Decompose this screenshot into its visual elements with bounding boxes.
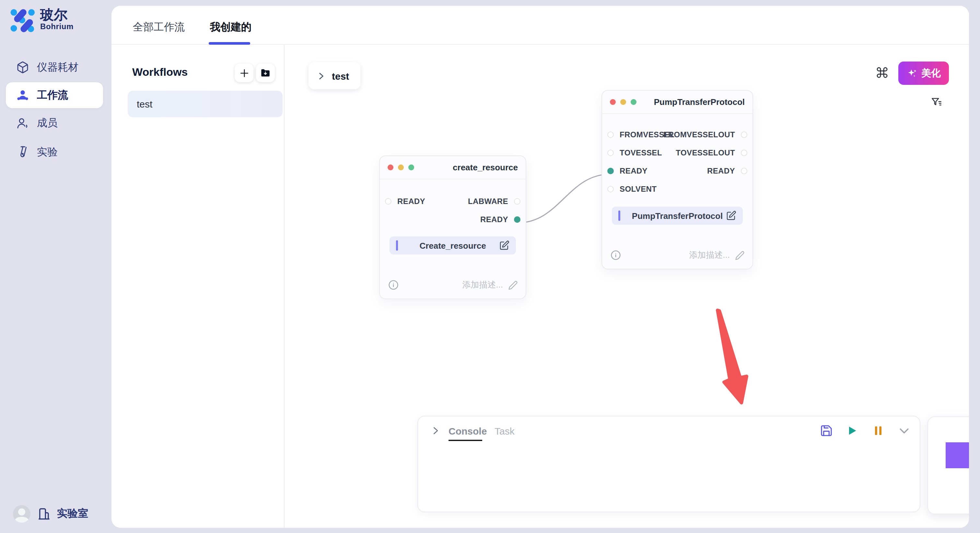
sidebar-item-instruments[interactable]: 仪器耗材 <box>6 54 103 80</box>
port-circle[interactable] <box>607 150 614 156</box>
beautify-label: 美化 <box>921 67 941 79</box>
node-pump-transfer-protocol[interactable]: PumpTransferProtocol FROMVESSEL FROMVESS… <box>601 90 753 270</box>
output-port-tovesselout[interactable]: TOVESSELOUT <box>676 149 747 157</box>
node-create-resource[interactable]: create_resource READY LABWARE READY Crea… <box>379 155 526 299</box>
port-circle[interactable] <box>607 186 614 192</box>
node-header[interactable]: PumpTransferProtocol <box>602 90 752 114</box>
port-label: SOLVENT <box>620 185 657 194</box>
pause-icon[interactable] <box>872 424 885 437</box>
port-circle[interactable] <box>607 168 614 174</box>
port-label: FROMVESSELOUT <box>663 130 735 139</box>
port-circle[interactable] <box>741 168 747 174</box>
node-action-label: PumpTransferProtocol <box>632 211 723 220</box>
workflow-list-item[interactable]: test <box>128 90 283 117</box>
command-palette-button[interactable] <box>876 66 889 79</box>
tab-task[interactable]: Task <box>495 425 515 436</box>
output-port-ready[interactable]: READY <box>480 216 520 224</box>
app-window: 玻尔 Bohrium 仪器耗材 工作流 <box>0 0 980 533</box>
console-tab-underline <box>449 440 482 441</box>
pencil-icon[interactable] <box>508 280 518 290</box>
node-title: create_resource <box>453 163 518 172</box>
beautify-button[interactable]: 美化 <box>898 62 949 85</box>
minimap-node-create-resource <box>946 443 969 468</box>
pencil-icon[interactable] <box>735 250 745 260</box>
brand-logo: 玻尔 Bohrium <box>9 7 73 33</box>
traffic-dot-red[interactable] <box>388 165 393 170</box>
edit-icon[interactable] <box>499 240 509 251</box>
workflow-canvas[interactable]: test 美化 <box>285 45 969 528</box>
active-tab-underline <box>209 42 250 45</box>
output-port-labware[interactable]: LABWARE <box>468 198 520 205</box>
sidebar-item-label: 实验 <box>37 145 58 159</box>
description-placeholder[interactable]: 添加描述... <box>689 249 730 261</box>
input-port-ready[interactable]: READY <box>607 167 648 175</box>
info-icon[interactable] <box>388 280 399 290</box>
traffic-dots <box>388 165 414 170</box>
workflows-panel-title: Workflows <box>132 66 188 79</box>
port-circle[interactable] <box>607 132 614 138</box>
collapse-chevron-icon[interactable] <box>431 426 440 435</box>
port-label: READY <box>480 215 508 224</box>
workflow-users-icon <box>16 89 29 102</box>
output-port-ready[interactable]: READY <box>707 167 747 175</box>
traffic-dot-green[interactable] <box>408 165 414 170</box>
sidebar-item-workflow[interactable]: 工作流 <box>6 82 103 108</box>
filter-funnel-icon <box>931 97 942 108</box>
breadcrumb[interactable]: test <box>309 62 360 89</box>
tab-all-workflows[interactable]: 全部工作流 <box>133 21 185 34</box>
node-title: PumpTransferProtocol <box>654 97 745 107</box>
lab-name[interactable]: 实验室 <box>57 507 88 521</box>
cursor-bar <box>618 211 620 221</box>
cursor-bar <box>396 240 398 251</box>
tab-my-created[interactable]: 我创建的 <box>210 21 251 34</box>
brand-name-zh: 玻尔 <box>40 7 73 22</box>
node-footer: 添加描述... <box>611 249 745 261</box>
console-panel: Console Task <box>417 416 920 512</box>
run-play-icon[interactable] <box>846 424 859 437</box>
avatar[interactable] <box>13 505 30 523</box>
edit-icon[interactable] <box>726 211 736 221</box>
brand-name-en: Bohrium <box>40 22 73 31</box>
node-header[interactable]: create_resource <box>380 156 526 179</box>
sidebar-item-experiments[interactable]: 实验 <box>6 139 103 165</box>
chevron-right-icon <box>317 71 325 80</box>
test-tube-icon <box>16 146 29 159</box>
edge-create-to-pump <box>518 174 610 223</box>
input-port-tovessel[interactable]: TOVESSEL <box>607 149 662 157</box>
sidebar-item-label: 成员 <box>37 116 58 130</box>
plus-icon <box>239 68 249 78</box>
folder-download-icon <box>260 67 271 78</box>
traffic-dot-yellow[interactable] <box>398 165 404 170</box>
filter-button[interactable] <box>931 97 942 108</box>
bohrium-logo-icon <box>9 7 35 33</box>
sidebar-item-label: 工作流 <box>37 89 68 102</box>
add-workflow-button[interactable] <box>235 63 253 82</box>
input-port-ready[interactable]: READY <box>385 198 425 205</box>
chevron-down-icon[interactable] <box>898 424 911 437</box>
minimap[interactable] <box>928 416 969 514</box>
port-circle[interactable] <box>385 198 391 205</box>
port-circle[interactable] <box>514 198 520 205</box>
node-action-button[interactable]: PumpTransferProtocol <box>612 206 743 225</box>
port-label: READY <box>397 197 425 206</box>
description-placeholder[interactable]: 添加描述... <box>462 279 503 291</box>
output-port-fromvesselout[interactable]: FROMVESSELOUT <box>663 131 747 139</box>
traffic-dot-red[interactable] <box>610 99 616 105</box>
node-action-button[interactable]: Create_resource <box>390 236 516 254</box>
traffic-dot-green[interactable] <box>631 99 636 105</box>
sidebar: 玻尔 Bohrium 仪器耗材 工作流 <box>0 0 111 533</box>
port-circle[interactable] <box>514 216 520 223</box>
input-port-solvent[interactable]: SOLVENT <box>607 185 657 193</box>
sidebar-item-members[interactable]: 成员 <box>6 110 103 136</box>
sparkles-icon <box>907 68 918 79</box>
save-icon[interactable] <box>820 424 833 437</box>
info-icon[interactable] <box>611 250 621 260</box>
traffic-dot-yellow[interactable] <box>620 99 626 105</box>
tab-console[interactable]: Console <box>449 425 487 436</box>
members-icon <box>16 117 29 130</box>
port-circle[interactable] <box>741 150 747 156</box>
traffic-dots <box>610 99 636 105</box>
import-folder-button[interactable] <box>256 63 275 82</box>
node-action-label: Create_resource <box>419 241 486 250</box>
port-circle[interactable] <box>741 132 747 138</box>
